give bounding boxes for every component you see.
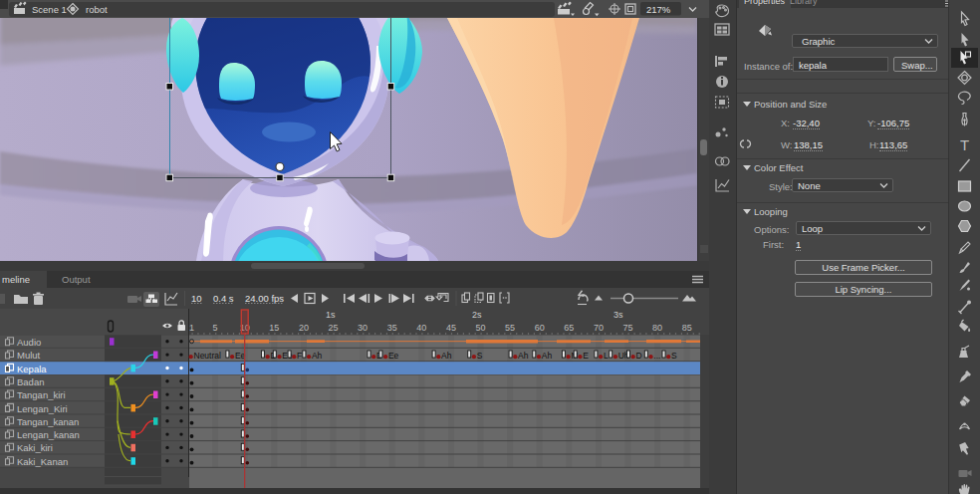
svg-text:Ee: Ee	[388, 351, 399, 361]
svg-text:0.4 s: 0.4 s	[213, 293, 234, 304]
svg-text:Ah: Ah	[312, 351, 323, 361]
svg-text:50: 50	[475, 323, 485, 333]
svg-text:40: 40	[416, 323, 426, 333]
svg-text:Neutral: Neutral	[194, 351, 222, 361]
svg-text:S: S	[477, 351, 483, 361]
svg-text:5: 5	[213, 323, 218, 333]
svg-text:35: 35	[387, 323, 397, 333]
svg-text:D: D	[636, 351, 642, 361]
svg-text:10: 10	[191, 293, 202, 304]
svg-text:70: 70	[594, 323, 604, 333]
svg-text:E: E	[583, 351, 589, 361]
svg-text:75: 75	[622, 323, 632, 333]
svg-text:25: 25	[328, 323, 338, 333]
svg-text:20: 20	[299, 323, 309, 333]
svg-text:2s: 2s	[472, 310, 482, 320]
svg-text:30: 30	[358, 323, 368, 333]
svg-text:Ah: Ah	[441, 351, 452, 361]
svg-text:55: 55	[505, 323, 515, 333]
svg-text:...: ...	[653, 351, 660, 361]
svg-text:3s: 3s	[613, 310, 623, 320]
svg-text:F: F	[297, 351, 302, 361]
svg-text:45: 45	[446, 323, 456, 333]
svg-text:80: 80	[652, 323, 662, 333]
svg-text:1: 1	[189, 323, 194, 333]
svg-text:Ah: Ah	[542, 351, 553, 361]
svg-text:60: 60	[535, 323, 545, 333]
svg-text:L: L	[604, 351, 609, 361]
svg-text:Ee: Ee	[235, 351, 246, 361]
svg-text:24.00 fps: 24.00 fps	[245, 293, 284, 304]
svg-text:T: T	[960, 136, 969, 153]
svg-text:85: 85	[682, 323, 692, 333]
svg-text:1s: 1s	[326, 310, 336, 320]
svg-text:Ah: Ah	[518, 351, 529, 361]
svg-text:15: 15	[269, 323, 279, 333]
svg-text:65: 65	[564, 323, 574, 333]
svg-text:S: S	[671, 351, 677, 361]
